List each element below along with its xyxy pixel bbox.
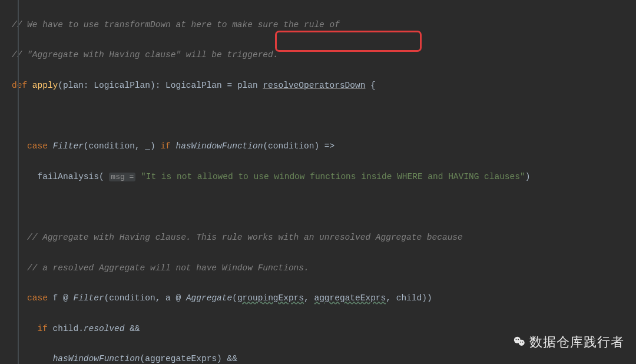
comment: // We have to use transformDown at here … bbox=[12, 20, 340, 29]
fn-failAnalysis: failAnalysis bbox=[38, 172, 99, 181]
code-line bbox=[12, 200, 636, 215]
comment: // a resolved Aggregate will not have Wi… bbox=[27, 263, 309, 273]
fn-hasWindowFunction: hasWindowFunction bbox=[175, 141, 263, 151]
type-filter: Filter bbox=[53, 141, 84, 151]
keyword-if: if bbox=[38, 324, 48, 333]
watermark: 数据仓库践行者 bbox=[513, 330, 624, 353]
prop-resolved: resolved bbox=[84, 324, 125, 333]
keyword-case: case bbox=[27, 141, 48, 151]
fn-hasWindowFunction: hasWindowFunction bbox=[53, 354, 140, 363]
code-line: case f @ Filter(condition, a @ Aggregate… bbox=[12, 291, 636, 306]
keyword-if: if bbox=[160, 141, 170, 151]
param-hint-msg: msg = bbox=[109, 173, 135, 181]
code-line: // Aggregate with Having clause. This ru… bbox=[12, 230, 636, 246]
type-aggregate: Aggregate bbox=[186, 293, 232, 303]
type-filter: Filter bbox=[73, 293, 104, 303]
fn-resolveOperatorsDown: resolveOperatorsDown bbox=[263, 81, 365, 90]
indent-guide bbox=[18, 0, 19, 364]
watermark-text: 数据仓库践行者 bbox=[529, 330, 624, 353]
code-block: // We have to use transformDown at here … bbox=[0, 0, 636, 364]
code-line: case Filter(condition, _) if hasWindowFu… bbox=[12, 139, 636, 154]
var-groupingExprs: groupingExprs bbox=[237, 293, 304, 303]
wechat-icon bbox=[513, 335, 526, 348]
wechat-icon-svg bbox=[513, 335, 526, 348]
svg-point-4 bbox=[520, 342, 521, 343]
code-line: hasWindowFunction(aggregateExprs) && bbox=[12, 352, 636, 364]
var-aggregateExprs: aggregateExprs bbox=[314, 293, 386, 303]
code-line: // "Aggregate with Having clause" will b… bbox=[12, 48, 636, 63]
code-line: // a resolved Aggregate will not have Wi… bbox=[12, 261, 636, 276]
code-line: def apply(plan: LogicalPlan): LogicalPla… bbox=[12, 78, 636, 94]
fn-apply: apply bbox=[32, 81, 58, 90]
comment: // Aggregate with Having clause. This ru… bbox=[27, 233, 463, 242]
svg-point-1 bbox=[519, 340, 525, 346]
code-line bbox=[12, 109, 636, 124]
code-line: failAnalysis( msg = "It is not allowed t… bbox=[12, 170, 636, 185]
brace: { bbox=[365, 81, 375, 90]
keyword-def: def bbox=[12, 81, 27, 90]
string-literal: "It is not allowed to use window functio… bbox=[141, 172, 525, 181]
keyword-case: case bbox=[27, 293, 48, 303]
svg-point-5 bbox=[522, 342, 524, 343]
comment: // "Aggregate with Having clause" will b… bbox=[12, 50, 278, 59]
svg-point-3 bbox=[518, 339, 519, 340]
signature: (plan: LogicalPlan): LogicalPlan = plan bbox=[58, 81, 263, 90]
svg-point-2 bbox=[516, 339, 517, 340]
code-line: // We have to use transformDown at here … bbox=[12, 18, 636, 33]
